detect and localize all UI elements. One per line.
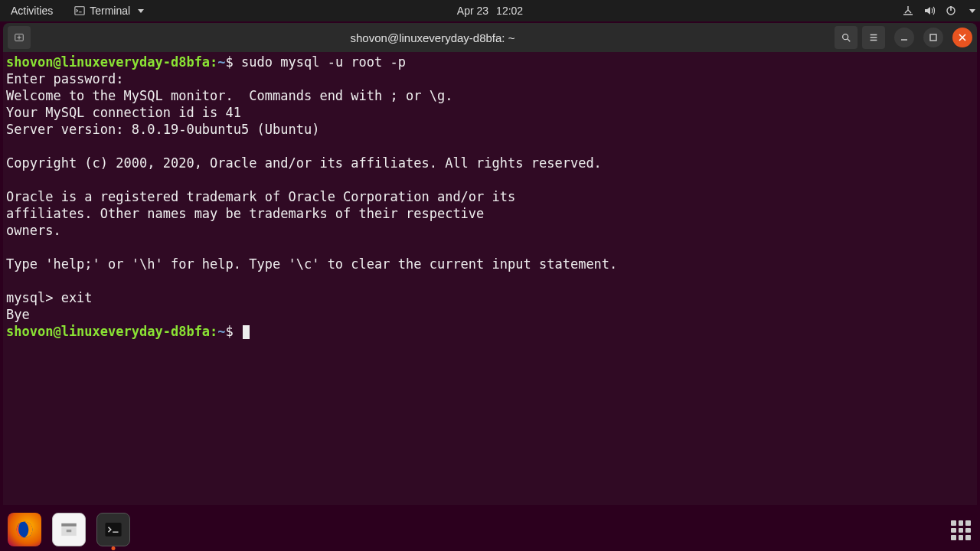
window-titlebar: shovon@linuxeveryday-d8bfa: ~ (3, 23, 977, 52)
terminal-output[interactable]: shovon@linuxeveryday-d8bfa:~$ sudo mysql… (3, 52, 977, 505)
dock (8, 513, 130, 546)
app-menu-label: Terminal (90, 5, 130, 17)
terminal-line (6, 138, 974, 155)
terminal-line: mysql> exit (6, 289, 974, 306)
terminal-line (6, 171, 974, 188)
activities-button[interactable]: Activities (5, 3, 59, 18)
window-title: shovon@linuxeveryday-d8bfa: ~ (35, 31, 830, 44)
svg-rect-9 (61, 523, 77, 527)
search-button[interactable] (835, 26, 858, 49)
prompt-user: shovon@linuxeveryday-d8bfa (6, 54, 210, 70)
terminal-line: Your MySQL connection id is 41 (6, 104, 974, 121)
terminal-line: affiliates. Other names may be trademark… (6, 205, 974, 222)
terminal-line: Bye (6, 306, 974, 323)
clock-date: Apr 23 (457, 5, 488, 17)
minimize-button[interactable] (894, 28, 914, 47)
terminal-line (6, 272, 974, 289)
volume-icon[interactable] (923, 5, 936, 17)
search-icon (841, 32, 851, 43)
new-tab-icon (14, 32, 24, 43)
app-menu[interactable]: Terminal (68, 3, 150, 18)
clock-time: 12:02 (496, 5, 523, 17)
firefox-icon (14, 519, 35, 540)
svg-line-5 (848, 39, 851, 42)
new-tab-button[interactable] (8, 26, 31, 49)
terminal-line: Server version: 8.0.19-0ubuntu5 (Ubuntu) (6, 121, 974, 138)
prompt-user: shovon@linuxeveryday-d8bfa (6, 324, 210, 339)
svg-rect-7 (930, 34, 936, 41)
terminal-window: shovon@linuxeveryday-d8bfa: ~ shovon@lin… (3, 23, 977, 505)
maximize-button[interactable] (923, 28, 943, 47)
terminal-line: Copyright (c) 2000, 2020, Oracle and/or … (6, 155, 974, 171)
minimize-icon (900, 33, 909, 42)
terminal-line: owners. (6, 222, 974, 239)
dock-files[interactable] (52, 513, 86, 546)
svg-rect-11 (67, 530, 72, 532)
system-menu-chevron-icon[interactable] (969, 9, 975, 13)
terminal-icon (103, 520, 123, 540)
terminal-line: Enter password: (6, 70, 974, 87)
terminal-line: Oracle is a registered trademark of Orac… (6, 188, 974, 205)
show-applications-button[interactable] (951, 520, 971, 540)
gnome-top-bar: Activities Terminal Apr 23 12:02 (0, 0, 980, 21)
terminal-app-icon (74, 5, 85, 16)
prompt-path: ~ (217, 324, 225, 339)
cursor (243, 325, 250, 339)
svg-rect-0 (75, 7, 84, 15)
maximize-icon (929, 33, 938, 42)
power-icon[interactable] (945, 5, 957, 17)
clock[interactable]: Apr 23 12:02 (457, 5, 523, 17)
terminal-line: Welcome to the MySQL monitor. Commands e… (6, 87, 974, 104)
files-icon (59, 520, 79, 540)
terminal-line: Type 'help;' or '\h' for help. Type '\c'… (6, 256, 974, 272)
dock-terminal[interactable] (96, 513, 130, 546)
close-icon (958, 33, 967, 42)
terminal-line (6, 239, 974, 256)
hamburger-menu-button[interactable] (862, 26, 885, 49)
svg-point-4 (843, 34, 848, 40)
dock-firefox[interactable] (8, 513, 41, 546)
close-button[interactable] (952, 28, 972, 47)
chevron-down-icon (138, 9, 144, 13)
network-icon[interactable] (902, 5, 914, 17)
svg-rect-12 (105, 523, 121, 536)
prompt-path: ~ (217, 54, 225, 70)
command-text: sudo mysql -u root -p (241, 54, 406, 70)
hamburger-icon (868, 32, 879, 43)
